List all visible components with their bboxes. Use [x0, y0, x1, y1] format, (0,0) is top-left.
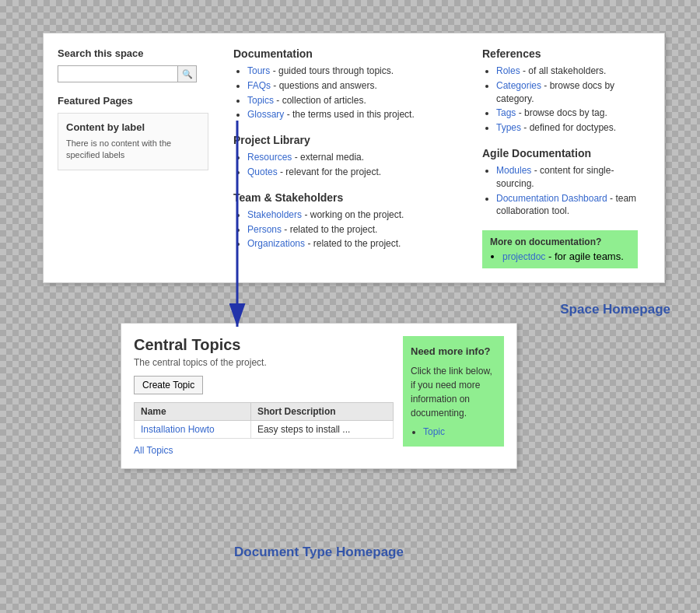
create-topic-button[interactable]: Create Topic: [134, 376, 203, 394]
faqs-link[interactable]: FAQs: [247, 80, 271, 91]
categories-link[interactable]: Categories: [496, 80, 541, 91]
tours-link[interactable]: Tours: [247, 65, 270, 76]
agile-documentation-heading: Agile Documentation: [482, 147, 638, 159]
resources-link[interactable]: Resources: [247, 152, 292, 163]
doc-homepage-left: Central Topics The central topics of the…: [134, 336, 394, 456]
list-item: Topic: [423, 425, 496, 439]
content-by-label-text: There is no content with the specified l…: [66, 138, 200, 162]
references-section: References Roles - of all stakeholders. …: [482, 47, 638, 135]
persons-link[interactable]: Persons: [247, 224, 282, 235]
more-box: More on documentation? projectdoc - for …: [482, 230, 638, 268]
need-more-box: Need more info? Click the link below, if…: [403, 336, 504, 447]
table-cell-name: Installation Howto: [135, 421, 251, 439]
table-header-desc: Short Description: [250, 403, 393, 421]
types-link[interactable]: Types: [496, 122, 521, 133]
glossary-link[interactable]: Glossary: [247, 109, 284, 120]
stakeholders-link[interactable]: Stakeholders: [247, 209, 302, 220]
quotes-link[interactable]: Quotes: [247, 166, 278, 177]
projectdoc-link[interactable]: projectdoc: [502, 251, 545, 262]
list-item: Tags - browse docs by tag.: [496, 107, 638, 120]
search-input[interactable]: [58, 65, 178, 82]
list-item: Resources - external media.: [247, 151, 473, 164]
doc-homepage-label: Document Type Homepage: [121, 545, 517, 560]
topic-link[interactable]: Topic: [423, 426, 445, 437]
organizations-link[interactable]: Organizations: [247, 238, 305, 249]
tags-link[interactable]: Tags: [496, 107, 516, 118]
table-row: Installation Howto Easy steps to install…: [135, 421, 394, 439]
project-library-heading: Project Library: [233, 134, 473, 146]
team-stakeholders-heading: Team & Stakeholders: [233, 191, 473, 204]
content-by-label-box: Content by label There is no content wit…: [58, 113, 208, 170]
space-homepage-label: Space Homepage: [560, 302, 670, 317]
list-item: Types - defined for doctypes.: [496, 121, 638, 135]
list-item: Documentation Dashboard - team collabora…: [496, 192, 638, 219]
doc-homepage-panel: Central Topics The central topics of the…: [121, 323, 517, 469]
list-item: Quotes - relevant for the project.: [247, 166, 473, 179]
list-item: Persons - related to the project.: [247, 223, 473, 236]
search-box: 🔍: [58, 65, 208, 82]
topics-table: Name Short Description Installation Howt…: [134, 402, 394, 439]
search-button[interactable]: 🔍: [178, 65, 197, 82]
team-stakeholders-list: Stakeholders - working on the project. P…: [233, 208, 473, 250]
list-item: Categories - browse docs by category.: [496, 79, 638, 106]
list-item: Glossary - the terms used in this projec…: [247, 108, 473, 121]
doc-homepage-subtitle: The central topics of the project.: [134, 357, 394, 368]
featured-pages: Featured Pages Content by label There is…: [58, 95, 208, 170]
sh-middle-col2: References Roles - of all stakeholders. …: [482, 47, 638, 268]
need-more-title: Need more info?: [411, 344, 496, 359]
list-item: Topics - collection of articles.: [247, 94, 473, 107]
doc-homepage-right: Need more info? Click the link below, if…: [403, 336, 504, 456]
installation-howto-link[interactable]: Installation Howto: [141, 424, 215, 435]
more-box-title: More on documentation?: [490, 236, 630, 247]
need-more-text: Click the link below, if you need more i…: [411, 366, 492, 419]
space-homepage-panel: Search this space 🔍 Featured Pages Conte…: [43, 33, 665, 283]
space-homepage-left: Search this space 🔍 Featured Pages Conte…: [58, 47, 221, 268]
topics-link[interactable]: Topics: [247, 95, 274, 106]
project-library-section: Project Library Resources - external med…: [233, 134, 473, 179]
agile-documentation-list: Modules - content for single-sourcing. D…: [482, 164, 638, 218]
need-more-list: Topic: [411, 425, 496, 439]
agile-documentation-section: Agile Documentation Modules - content fo…: [482, 147, 638, 218]
project-library-list: Resources - external media. Quotes - rel…: [233, 151, 473, 179]
list-item: Modules - content for single-sourcing.: [496, 164, 638, 191]
list-item: Tours - guided tours through topics.: [247, 65, 473, 78]
list-item: projectdoc - for agile teams.: [502, 250, 630, 262]
documentation-section: Documentation Tours - guided tours throu…: [233, 47, 473, 121]
table-header-row: Name Short Description: [135, 403, 394, 421]
search-label: Search this space: [58, 47, 208, 59]
sh-middle-col1: Documentation Tours - guided tours throu…: [233, 47, 482, 268]
doc-dashboard-link[interactable]: Documentation Dashboard: [496, 193, 607, 204]
list-item: Stakeholders - working on the project.: [247, 208, 473, 222]
list-item: Organizations - related to the project.: [247, 237, 473, 250]
space-homepage-middle: Documentation Tours - guided tours throu…: [221, 47, 650, 268]
references-heading: References: [482, 47, 638, 60]
roles-link[interactable]: Roles: [496, 65, 520, 76]
list-item: Roles - of all stakeholders.: [496, 65, 638, 78]
content-by-label-title: Content by label: [66, 121, 200, 133]
list-item: FAQs - questions and answers.: [247, 79, 473, 93]
more-box-list: projectdoc - for agile teams.: [490, 250, 630, 262]
table-header-name: Name: [135, 403, 251, 421]
documentation-heading: Documentation: [233, 47, 473, 60]
featured-pages-label: Featured Pages: [58, 95, 208, 107]
references-list: Roles - of all stakeholders. Categories …: [482, 65, 638, 135]
doc-homepage-title: Central Topics: [134, 336, 394, 354]
all-topics-link[interactable]: All Topics: [134, 445, 394, 456]
team-stakeholders-section: Team & Stakeholders Stakeholders - worki…: [233, 191, 473, 250]
modules-link[interactable]: Modules: [496, 165, 531, 176]
documentation-list: Tours - guided tours through topics. FAQ…: [233, 65, 473, 121]
table-cell-desc: Easy steps to install ...: [250, 421, 393, 439]
